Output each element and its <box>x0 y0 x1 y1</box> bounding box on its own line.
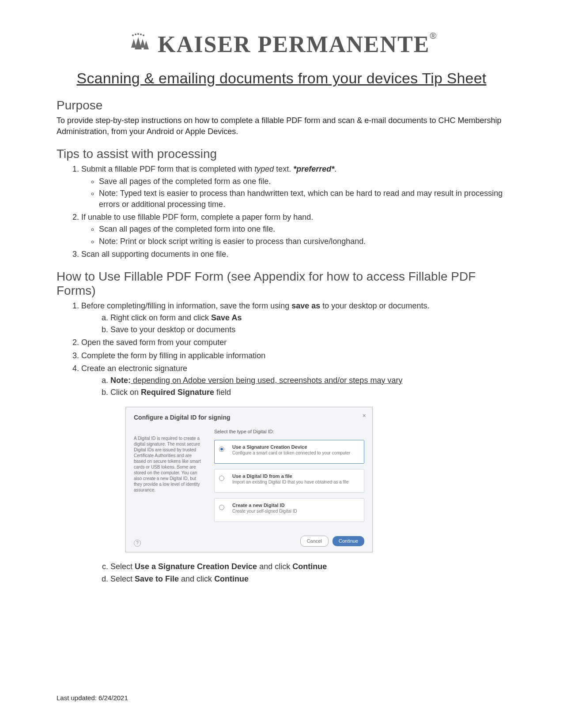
continue-button[interactable]: Continue <box>333 536 364 546</box>
list-item: Click on Required Signature field <box>110 387 506 398</box>
list-item: Note: Typed text is easier to process th… <box>99 188 506 210</box>
list-item: Scan all supporting documents in one fil… <box>81 249 506 260</box>
purpose-heading: Purpose <box>57 98 506 113</box>
option-signature-creation-device[interactable]: Use a Signature Creation Device Configur… <box>214 440 364 464</box>
svg-point-4 <box>143 34 144 36</box>
list-item: Open the saved form from your computer <box>81 337 506 348</box>
list-item: Note: depending on Adobe version being u… <box>110 375 506 386</box>
svg-point-3 <box>140 34 142 35</box>
radio-icon <box>219 447 224 452</box>
list-item: Create an electronic signature Note: dep… <box>81 363 506 585</box>
logo: KAISER PERMANENTE® <box>57 31 506 57</box>
svg-point-1 <box>135 34 136 35</box>
list-item: Select Use a Signature Creation Device a… <box>110 561 506 572</box>
howto-heading: How to Use Fillable PDF Form (see Append… <box>57 270 506 298</box>
radio-icon <box>219 505 224 510</box>
logo-text: KAISER PERMANENTE <box>158 32 430 57</box>
dialog-title: Configure a Digital ID for signing <box>134 413 364 422</box>
configure-digital-id-dialog: Configure a Digital ID for signing × A D… <box>125 407 373 552</box>
svg-point-2 <box>137 33 139 35</box>
list-item: If unable to use fillable PDF form, comp… <box>81 212 506 247</box>
list-item: Right click on form and click Save As <box>110 312 506 323</box>
tips-list: Submit a fillable PDF form that is compl… <box>57 164 506 260</box>
close-icon[interactable]: × <box>363 412 366 420</box>
howto-list: Before completing/filling in information… <box>57 300 506 585</box>
option-digital-id-from-file[interactable]: Use a Digital ID from a file Import an e… <box>214 469 364 493</box>
list-item: Before completing/filling in information… <box>81 300 506 336</box>
svg-point-0 <box>132 34 134 36</box>
tips-heading: Tips to assist with processing <box>57 147 506 161</box>
list-item: Save to your desktop or documents <box>110 324 506 335</box>
list-item: Select Save to File and click Continue <box>110 574 506 585</box>
registered-icon: ® <box>430 31 436 41</box>
dialog-subheading: Select the type of Digital ID: <box>214 428 364 435</box>
last-updated: Last updated: 6/24/2021 <box>57 694 128 702</box>
cancel-button[interactable]: Cancel <box>300 536 329 547</box>
dialog-help-text: A Digital ID is required to create a dig… <box>134 435 202 493</box>
option-create-new-digital-id[interactable]: Create a new Digital ID Create your self… <box>214 498 364 522</box>
list-item: Scan all pages of the completed form int… <box>99 224 506 235</box>
list-item: Note: Print or block script writing is e… <box>99 236 506 247</box>
document-title: Scanning & emailing documents from your … <box>57 70 506 87</box>
list-item: Save all pages of the completed form as … <box>99 176 506 187</box>
purpose-body: To provide step-by-step instructions on … <box>57 115 506 137</box>
help-icon[interactable]: ? <box>134 540 141 547</box>
list-item: Complete the form by filling in applicab… <box>81 350 506 361</box>
list-item: Submit a fillable PDF form that is compl… <box>81 164 506 210</box>
kp-starburst-icon <box>127 31 151 57</box>
radio-icon <box>219 476 224 481</box>
